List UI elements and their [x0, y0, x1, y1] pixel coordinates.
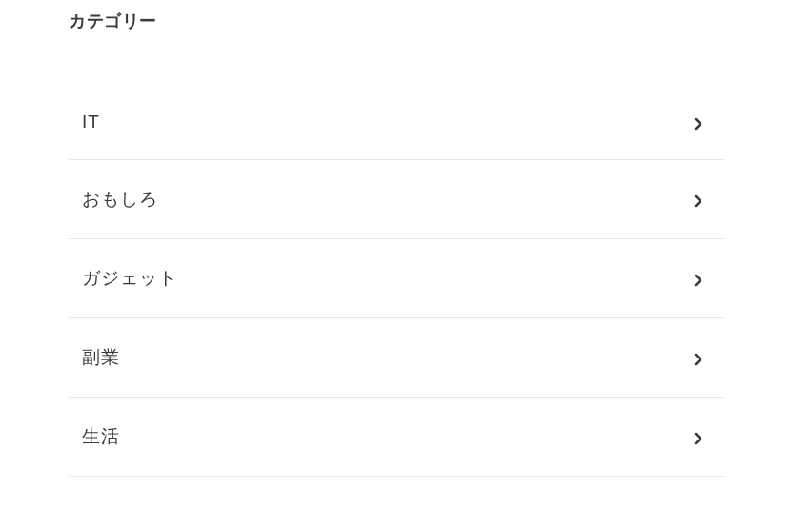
category-label: ガジェット	[82, 266, 177, 291]
category-label: 生活	[82, 424, 120, 449]
chevron-right-icon	[694, 432, 703, 441]
category-item-it[interactable]: IT	[69, 85, 724, 160]
category-label: 副業	[82, 345, 120, 370]
category-item-gadget[interactable]: ガジェット	[69, 239, 724, 318]
category-label: IT	[82, 112, 100, 133]
chevron-right-icon	[694, 194, 703, 204]
category-label: おもしろ	[82, 187, 158, 212]
category-section: カテゴリー IT おもしろ ガジェット 副業 生活	[0, 10, 793, 477]
section-title: カテゴリー	[69, 10, 724, 32]
category-item-fukugyo[interactable]: 副業	[69, 318, 724, 398]
category-item-seikatsu[interactable]: 生活	[69, 398, 724, 477]
chevron-right-icon	[694, 274, 703, 283]
category-item-omoshiro[interactable]: おもしろ	[69, 160, 724, 239]
category-list: IT おもしろ ガジェット 副業 生活	[69, 85, 724, 477]
chevron-right-icon	[694, 117, 703, 127]
chevron-right-icon	[694, 353, 703, 362]
